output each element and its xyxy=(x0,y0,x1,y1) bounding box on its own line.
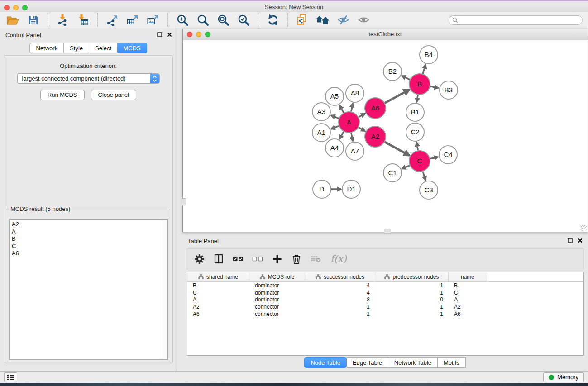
mcds-result-item[interactable]: A6 xyxy=(12,250,167,257)
table-row[interactable]: Bdominator41B xyxy=(187,282,583,289)
deselect-all-columns-icon[interactable] xyxy=(252,253,263,265)
column-header-name[interactable]: name xyxy=(449,272,487,281)
float-panel-icon[interactable] xyxy=(157,32,162,37)
task-history-button[interactable] xyxy=(4,372,17,382)
split-table-icon[interactable] xyxy=(213,253,225,265)
tab-mcds[interactable]: MCDS xyxy=(117,43,147,53)
graph-edge-B-B3[interactable] xyxy=(430,86,439,88)
table-header-row: shared nameMCDS rolesuccessor nodesprede… xyxy=(187,272,583,282)
close-panel-icon[interactable] xyxy=(167,32,172,37)
save-session-icon[interactable] xyxy=(26,13,40,27)
graph-edge-B-B1[interactable] xyxy=(417,95,418,102)
add-column-icon[interactable] xyxy=(271,253,283,265)
table-cell: A2 xyxy=(187,304,249,310)
float-panel-icon[interactable] xyxy=(568,238,573,243)
home-icon[interactable] xyxy=(316,13,330,27)
table-row[interactable]: A2connector11A2 xyxy=(187,303,583,310)
graph-edge-A-A1[interactable] xyxy=(331,126,339,129)
graph-edge-B-B4[interactable] xyxy=(423,65,425,74)
mcds-result-item[interactable]: A2 xyxy=(12,221,167,228)
settings-icon[interactable] xyxy=(193,253,205,265)
graph-edge-A-A5[interactable] xyxy=(339,105,344,113)
graph-edge-C-C2[interactable] xyxy=(417,143,418,151)
run-mcds-button[interactable]: Run MCDS xyxy=(40,90,85,100)
tab-network-table[interactable]: Network Table xyxy=(388,357,438,368)
network-view-window: testGlobe.txt B4B2BB3A5A8A6A3B1AA1C2A2A4… xyxy=(182,29,588,232)
scrollbar-track[interactable] xyxy=(162,220,167,359)
graph-node-label-C: C xyxy=(417,157,422,165)
table-cell: 1 xyxy=(375,311,449,317)
graph-node-label-C1: C1 xyxy=(388,169,397,176)
network-window-titlebar[interactable]: testGlobe.txt xyxy=(183,29,588,40)
close-panel-icon[interactable] xyxy=(578,238,583,243)
network-canvas[interactable]: B4B2BB3A5A8A6A3B1AA1C2A2A4A7C4CC1C3DD1 xyxy=(183,40,588,232)
tab-select[interactable]: Select xyxy=(89,43,118,53)
tab-style[interactable]: Style xyxy=(64,43,89,53)
refresh-layout-icon[interactable] xyxy=(266,13,280,27)
graph-edge-C-C3[interactable] xyxy=(423,172,425,180)
zoom-out-icon[interactable] xyxy=(196,13,210,27)
table-cell: C xyxy=(449,290,487,296)
column-header-MCDS-role[interactable]: MCDS role xyxy=(249,272,305,281)
column-header-shared-name[interactable]: shared name xyxy=(187,272,249,281)
graph-edge-B-B2[interactable] xyxy=(402,76,410,80)
table-toolbar: f(x) xyxy=(187,248,584,269)
graph-node-label-C2: C2 xyxy=(411,128,419,136)
tab-node-table[interactable]: Node Table xyxy=(304,357,347,368)
import-table-icon[interactable] xyxy=(76,13,90,27)
mcds-result-list[interactable]: A2ABCA6 xyxy=(9,219,168,360)
clone-network-icon[interactable] xyxy=(295,13,310,27)
tab-motifs[interactable]: Motifs xyxy=(438,357,466,368)
select-all-columns-icon[interactable] xyxy=(232,253,244,265)
zoom-selected-icon[interactable] xyxy=(236,13,251,27)
graph-edge-C-C1[interactable] xyxy=(402,166,410,169)
export-network-icon[interactable] xyxy=(105,13,120,27)
table-cell: B xyxy=(449,282,487,289)
hide-graphics-details-icon[interactable] xyxy=(336,13,350,27)
mcds-result-item[interactable]: B xyxy=(12,235,167,243)
delete-column-icon[interactable] xyxy=(291,253,302,265)
table-cell: dominator xyxy=(249,282,305,289)
column-header-successor-nodes[interactable]: successor nodes xyxy=(305,272,375,281)
import-network-icon[interactable] xyxy=(55,13,70,27)
export-image-icon[interactable] xyxy=(146,13,160,27)
table-row[interactable]: Cdominator41C xyxy=(187,289,583,296)
tab-network[interactable]: Network xyxy=(29,43,64,53)
table-cell: A6 xyxy=(187,311,249,317)
open-file-icon[interactable] xyxy=(5,13,20,27)
table-cell: dominator xyxy=(249,290,305,296)
table-row[interactable]: A6connector11A6 xyxy=(187,310,583,318)
splitter-handle-left[interactable] xyxy=(182,198,186,205)
show-graphics-details-icon[interactable] xyxy=(356,13,371,27)
window-resize-grip[interactable] xyxy=(581,225,587,231)
zoom-fit-icon[interactable] xyxy=(216,13,230,27)
splitter-handle-bottom[interactable] xyxy=(384,229,391,234)
mcds-result-item[interactable]: C xyxy=(12,243,167,250)
search-field[interactable] xyxy=(449,15,583,25)
close-panel-button[interactable]: Close panel xyxy=(91,90,137,100)
graph-edge-A-A2[interactable] xyxy=(359,128,365,131)
memory-button[interactable]: Memory xyxy=(543,372,584,382)
graph-edge-A-A7[interactable] xyxy=(351,133,353,141)
toolbar-separator xyxy=(97,13,98,27)
export-table-icon[interactable] xyxy=(125,13,140,27)
optimization-criterion-select[interactable]: largest connected component (directed) xyxy=(17,73,160,84)
tab-edge-table[interactable]: Edge Table xyxy=(347,357,388,368)
table-row[interactable]: Adominator80A xyxy=(187,296,583,304)
column-header-predecessor-nodes[interactable]: predecessor nodes xyxy=(375,272,449,281)
graph-node-label-A1: A1 xyxy=(317,129,325,136)
control-panel-title: Control Panel xyxy=(5,32,41,38)
graph-edge-A-A3[interactable] xyxy=(331,115,339,118)
mcds-result-item[interactable]: A xyxy=(12,228,167,235)
graph-edge-A6-B[interactable] xyxy=(385,90,409,103)
graph-edge-A2-C[interactable] xyxy=(385,142,409,156)
graph-edge-A-A8[interactable] xyxy=(351,104,353,112)
graph-edge-A-A6[interactable] xyxy=(359,114,365,117)
graph-node-label-B: B xyxy=(417,80,422,88)
graph-edge-A-A4[interactable] xyxy=(339,132,344,139)
search-input[interactable] xyxy=(460,16,579,24)
zoom-in-icon[interactable] xyxy=(175,13,190,27)
clear-table-icon[interactable] xyxy=(310,253,322,265)
table-cell: connector xyxy=(249,311,305,317)
graph-edge-C-C4[interactable] xyxy=(430,157,438,159)
